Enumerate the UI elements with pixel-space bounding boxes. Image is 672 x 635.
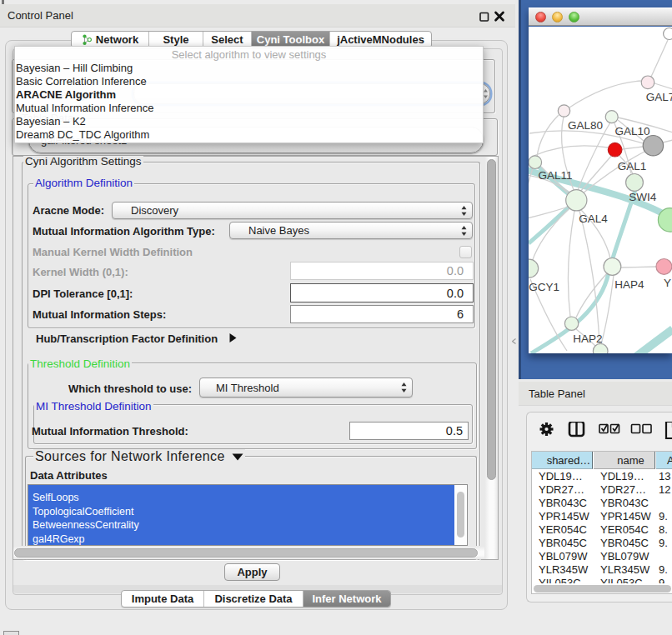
svg-text:GCY1: GCY1	[529, 281, 559, 293]
svg-text:GAL7: GAL7	[646, 91, 672, 103]
svg-text:GAL1: GAL1	[618, 160, 647, 172]
svg-text:HAP2: HAP2	[573, 332, 602, 345]
svg-text:SWI4: SWI4	[629, 191, 656, 203]
svg-text:Y: Y	[664, 277, 671, 289]
svg-text:HAP4: HAP4	[614, 278, 644, 291]
svg-text:GAL80: GAL80	[568, 119, 603, 132]
svg-text:GAL10: GAL10	[614, 125, 649, 138]
svg-text:GAL11: GAL11	[538, 169, 572, 182]
svg-text:GAL4: GAL4	[579, 212, 608, 225]
